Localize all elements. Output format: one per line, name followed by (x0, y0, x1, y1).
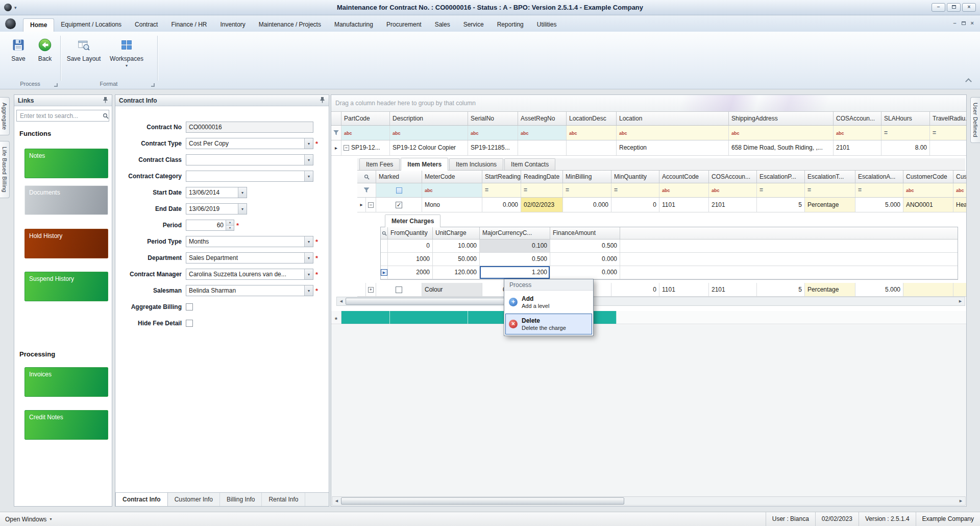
cell-majorcurrency[interactable]: 0.500 (480, 253, 550, 266)
equals-filter-icon[interactable]: = (807, 186, 811, 194)
col-minquantity[interactable]: MinQuantity (611, 171, 659, 183)
credit-notes-button[interactable]: Credit Notes (24, 410, 108, 440)
tab-item-fees[interactable]: Item Fees (359, 158, 400, 170)
filter-readingdate[interactable]: = (521, 183, 563, 197)
group-by-bar[interactable]: Drag a column header here to group by th… (331, 95, 966, 112)
cell-unitcharge[interactable]: 50.000 (433, 253, 480, 266)
period-type-select[interactable]: Months▾ (186, 236, 313, 247)
chevron-down-icon[interactable]: ▾ (304, 155, 313, 165)
pin-icon[interactable] (103, 97, 108, 105)
chevron-down-icon[interactable]: ▾ (304, 253, 313, 263)
cell-escalationa[interactable]: 5.000 (855, 283, 903, 296)
period-stepper[interactable]: 60▴▾ (186, 220, 234, 231)
search-icon[interactable] (102, 113, 109, 119)
minimize-button[interactable]: – (932, 3, 945, 12)
search-input[interactable] (17, 110, 102, 121)
cell-serialno[interactable]: SP19-12185... (468, 140, 518, 155)
cell-cosaccount[interactable]: 2101 (834, 140, 881, 155)
cell-metercode[interactable]: Mono (422, 198, 482, 212)
menu-tab-service[interactable]: Service (457, 18, 491, 32)
filter-type-icon[interactable]: abc (569, 131, 577, 136)
equals-filter-icon[interactable]: = (485, 186, 488, 194)
end-date-picker[interactable]: 13/06/2019▾ (186, 203, 247, 214)
tab-item-contacts[interactable]: Item Contacts (504, 158, 555, 170)
new-row-cell[interactable] (341, 311, 390, 324)
mdi-minimize-button[interactable]: – (953, 20, 956, 26)
marked-checkbox[interactable]: ✓ (376, 198, 422, 212)
dialog-launcher-icon[interactable] (151, 83, 155, 87)
tab-item-meters[interactable]: Item Meters (401, 158, 448, 171)
cell-customercode[interactable] (903, 283, 953, 296)
filter-location[interactable]: abc (617, 126, 729, 140)
filter-type-icon[interactable]: abc (471, 131, 479, 136)
filter-type-icon[interactable]: abc (425, 188, 433, 193)
filter-type-icon[interactable]: abc (836, 131, 844, 136)
chevron-down-icon[interactable]: ▾ (238, 187, 247, 198)
side-tab-aggregate[interactable]: Aggregate (0, 97, 10, 135)
context-menu-add[interactable]: + AddAdd a level (505, 292, 592, 313)
meters-row-colour[interactable]: + Colour 0.000 0 1101 2101 5 Percentage … (357, 283, 966, 297)
col-escalationt[interactable]: EscalationT... (805, 171, 855, 183)
start-date-picker[interactable]: 13/06/2014▾ (186, 187, 247, 198)
menu-tab-utilities[interactable]: Utilities (530, 18, 564, 32)
menu-tab-equipment-locations[interactable]: Equipment / Locations (54, 18, 128, 32)
filter-minbilling[interactable]: = (563, 183, 611, 197)
notes-button[interactable]: Notes (24, 149, 108, 178)
cell-startreading[interactable]: 0.000 (482, 198, 521, 212)
checkbox-filter-icon[interactable] (396, 187, 402, 194)
collapse-detail-icon[interactable]: − (366, 198, 376, 212)
contract-type-select[interactable]: Cost Per Copy▾ (186, 138, 313, 149)
salesman-select[interactable]: Belinda Sharman▾ (186, 285, 313, 296)
equipment-row[interactable]: ▸ −SP19-12... SP19-12 Colour Copier SP19… (331, 140, 966, 156)
cell-financeamount[interactable]: 0.500 (550, 240, 620, 252)
invoices-button[interactable]: Invoices (24, 367, 108, 397)
col-minbilling[interactable]: MinBilling (563, 171, 611, 183)
filter-type-icon[interactable]: abc (956, 188, 964, 193)
col-accountcode[interactable]: AccountCode (659, 171, 709, 183)
meters-horizontal-scrollbar[interactable]: ◀ ▶ (336, 297, 965, 306)
filter-escalationt[interactable]: = (805, 183, 855, 197)
filter-serialno[interactable]: abc (468, 126, 518, 140)
cell-majorcurrency-focused[interactable]: 1.200 (480, 266, 550, 279)
mdi-restore-button[interactable] (962, 20, 966, 26)
save-button[interactable]: Save (5, 35, 32, 75)
col-location[interactable]: Location (617, 112, 729, 125)
contract-no-input[interactable]: CO0000016 (186, 122, 313, 133)
filter-escalationa[interactable]: = (855, 183, 903, 197)
cell-escalationt[interactable]: Percentage (805, 283, 855, 296)
filter-locationdesc[interactable]: abc (567, 126, 617, 140)
expand-detail-icon[interactable]: + (366, 283, 376, 296)
equals-filter-icon[interactable]: = (566, 186, 569, 194)
cell-unitcharge[interactable]: 120.000 (433, 266, 480, 279)
filter-description[interactable]: abc (390, 126, 468, 140)
col-serialno[interactable]: SerialNo (468, 112, 518, 125)
collapse-ribbon-icon[interactable] (965, 78, 972, 85)
marked-checkbox[interactable] (376, 283, 422, 296)
cell-cosaccount[interactable]: 2101 (709, 198, 757, 212)
filter-cus[interactable]: abc (953, 183, 966, 197)
tab-meter-charges[interactable]: Meter Charges (385, 214, 440, 227)
filter-type-icon[interactable]: abc (521, 131, 529, 136)
col-travelradius[interactable]: TravelRadiu... (930, 112, 966, 125)
contract-manager-select[interactable]: Carolina Suzzetta Lourens van de...▾ (186, 269, 313, 280)
menu-tab-maintenance-projects[interactable]: Maintenance / Projects (252, 18, 328, 32)
cell-locationdesc[interactable] (567, 140, 617, 155)
cell-escalationp[interactable]: 5 (757, 198, 805, 212)
cell-cus[interactable] (953, 283, 966, 296)
cell-financeamount[interactable]: 0.000 (550, 266, 620, 279)
chevron-down-icon[interactable]: ▾ (304, 236, 313, 247)
save-layout-button[interactable]: Save Layout (65, 35, 102, 75)
checkbox-checked[interactable]: ✓ (396, 202, 402, 208)
filter-shippingaddress[interactable]: abc (729, 126, 834, 140)
charges-row[interactable]: 0 10.000 0.100 0.500 (381, 240, 958, 253)
documents-button[interactable]: Documents (24, 185, 108, 215)
col-customercode[interactable]: CustomerCode (903, 171, 953, 183)
cell-slahours[interactable]: 8.00 (881, 140, 930, 155)
menu-tab-reporting[interactable]: Reporting (491, 18, 530, 32)
cell-cosaccount[interactable]: 2101 (709, 283, 757, 296)
cell-unitcharge[interactable]: 10.000 (433, 240, 480, 252)
contract-category-select[interactable]: ▾ (186, 171, 313, 182)
equals-filter-icon[interactable]: = (524, 186, 527, 194)
filter-escalationp[interactable]: = (757, 183, 805, 197)
col-description[interactable]: Description (390, 112, 468, 125)
